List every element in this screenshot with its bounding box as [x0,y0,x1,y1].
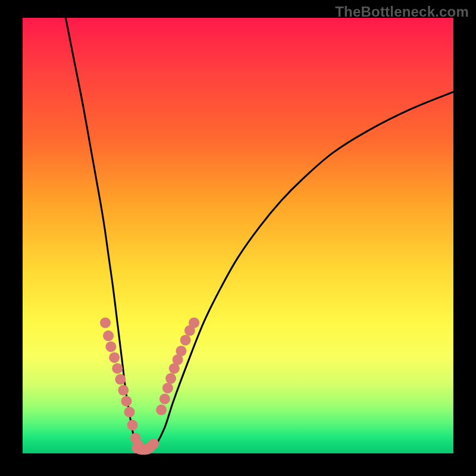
chart-svg [0,0,476,476]
data-point [100,317,111,328]
data-point [118,385,129,396]
data-point [127,419,138,430]
data-point [165,373,176,384]
data-point [121,396,131,406]
data-point [103,330,114,341]
data-point [112,363,123,374]
data-point [148,439,159,449]
data-point [162,383,173,393]
data-point [189,317,199,328]
data-point [105,342,116,352]
data-point [156,405,167,415]
data-point [124,406,135,417]
data-point [180,335,191,346]
data-point [115,374,126,385]
chart-frame: TheBottleneck.com [0,0,476,476]
data-point [159,394,170,405]
data-point [109,352,120,363]
data-point [176,346,186,356]
